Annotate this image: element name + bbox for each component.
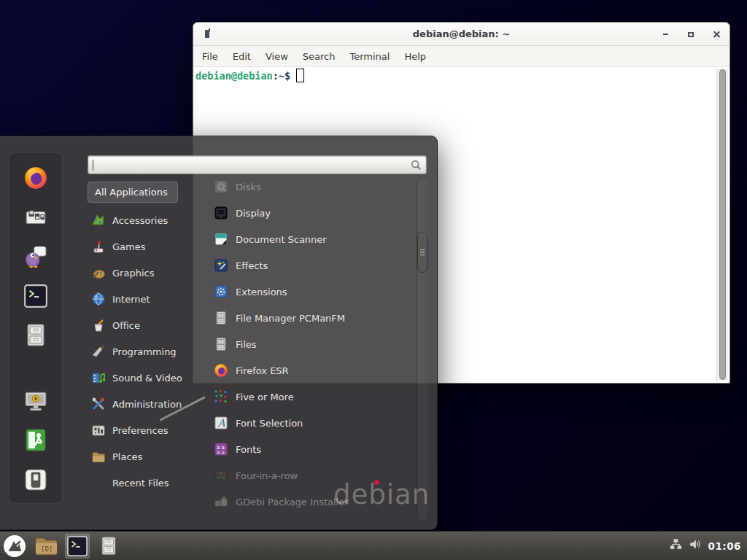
favorite-terminal[interactable] [23,283,49,309]
category-places[interactable]: Places [86,443,207,470]
scrollbar-grip-icon [420,252,425,253]
category-games[interactable]: Games [86,233,207,260]
svg-text:a a: a a [217,450,225,456]
shutdown-icon [23,467,48,492]
games-icon [91,239,106,254]
search-input[interactable] [92,160,410,171]
font-selection-icon: A [214,416,228,430]
favorite-settings[interactable] [23,204,49,230]
programming-icon [91,344,106,359]
app-four-in-a-row[interactable]: Four-in-a-row [206,462,417,489]
pidgin-icon [23,244,48,269]
taskbar-tray: 01:06 [670,538,747,553]
app-files[interactable]: Files [206,331,417,357]
terminal-scrollbar[interactable] [716,69,728,381]
category-sound-video[interactable]: Sound & Video [86,365,207,391]
terminal-scrollbar-thumb[interactable] [719,69,726,380]
app-fonts[interactable]: a aa a Fonts [206,436,417,462]
disks-icon [214,179,228,194]
menu-edit[interactable]: Edit [225,51,258,62]
category-all-applications[interactable]: All Applications [88,182,178,203]
extensions-icon [214,284,228,299]
close-button[interactable] [712,30,721,39]
places-icon [91,449,106,464]
favorite-firefox[interactable] [23,165,49,191]
terminal-icon [23,284,48,308]
lock-screen-button[interactable] [23,388,49,414]
menu-sidebar [9,152,63,504]
all-applications-label: All Applications [95,187,168,198]
terminal-titlebar[interactable]: debian@debian: ~ [193,23,729,46]
category-label: Sound & Video [112,373,182,384]
category-internet[interactable]: Internet [86,286,207,312]
shutdown-button[interactable] [23,467,49,493]
category-graphics[interactable]: Graphics [86,260,207,286]
volume-icon [689,538,702,551]
gdebi-icon [214,494,228,509]
menu-terminal[interactable]: Terminal [342,51,397,62]
administration-icon [91,397,106,411]
firefox-icon [23,166,48,190]
file-cabinet-launcher[interactable] [96,534,121,559]
app-font-selection[interactable]: A Font Selection [206,410,417,436]
five-or-more-icon [214,389,228,404]
menu-file[interactable]: File [195,51,225,62]
file-cabinet-icon [99,535,118,557]
app-gdebi-package-installer[interactable]: GDebi Package Installer [206,489,417,515]
app-file-manager-pcmanfm[interactable]: File Manager PCManFM [206,305,417,331]
category-recent-files[interactable]: Recent Files [86,470,207,496]
app-label: Fonts [236,444,261,455]
file-manager-launcher[interactable]: [D] [34,534,58,559]
app-display[interactable]: Display [206,200,417,226]
minimize-icon [663,34,668,35]
menu-button[interactable] [2,534,27,559]
menu-view[interactable]: View [258,51,295,62]
app-label: Display [236,208,271,219]
accessories-icon [91,213,106,228]
terminal-window-button[interactable] [65,534,90,559]
display-icon [214,206,228,220]
taskbar-clock[interactable]: 01:06 [708,540,741,552]
folder-icon: [D] [34,535,58,557]
desktop: debian@debian: ~ File Edit View Search T… [0,0,747,560]
menu-scrollbar-thumb[interactable] [417,233,427,273]
minimize-button[interactable] [661,30,670,39]
category-preferences[interactable]: Preferences [86,417,207,443]
app-five-or-more[interactable]: Five or More [206,384,417,410]
network-tray-button[interactable] [670,538,682,553]
preferences-icon [91,423,106,438]
maximize-button[interactable] [686,30,695,39]
favorite-pidgin[interactable] [23,244,49,270]
category-label: Recent Files [112,478,169,489]
category-label: Places [112,451,142,462]
menu-search-box[interactable] [88,155,427,174]
logout-button[interactable] [23,427,49,454]
sound-video-icon [91,370,106,385]
menu-logo-icon [3,534,26,558]
app-document-scanner[interactable]: Document Scanner [206,226,417,252]
app-extensions[interactable]: Extensions [206,279,417,305]
app-effects[interactable]: Effects [206,252,417,279]
file-manager-icon [214,311,228,325]
category-programming[interactable]: Programming [86,338,207,365]
category-accessories[interactable]: Accessories [86,207,207,233]
graphics-icon [91,265,106,280]
terminal-cursor [296,69,304,82]
settings-icon [23,205,48,230]
taskbar: [D] [0,531,747,560]
application-menu: debian [0,136,438,530]
volume-tray-button[interactable] [689,538,702,553]
effects-icon [214,258,228,273]
category-label: Preferences [112,425,168,436]
menu-help[interactable]: Help [397,51,433,62]
maximize-icon [688,32,694,37]
menu-search[interactable]: Search [295,51,343,62]
app-disks[interactable]: Disks [206,174,417,200]
app-label: Firefox ESR [236,365,289,376]
search-icon [410,159,422,171]
category-office[interactable]: Office [86,312,207,338]
favorite-file-manager[interactable] [23,322,49,349]
menu-scrollbar-track[interactable] [417,179,427,521]
network-icon [670,538,682,551]
app-firefox-esr[interactable]: Firefox ESR [206,357,417,384]
